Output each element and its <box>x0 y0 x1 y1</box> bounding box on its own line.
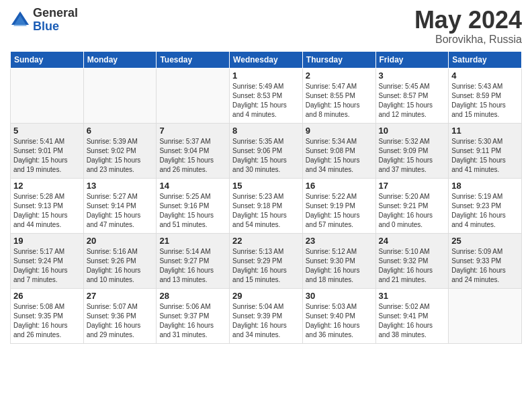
calendar-title: May 2024 <box>414 7 522 34</box>
calendar-cell: 21Sunrise: 5:14 AMSunset: 9:27 PMDayligh… <box>157 233 230 288</box>
calendar-cell: 27Sunrise: 5:07 AMSunset: 9:36 PMDayligh… <box>83 288 157 343</box>
day-number: 18 <box>451 181 519 191</box>
day-number: 5 <box>13 126 81 136</box>
weekday-header: Friday <box>375 51 449 68</box>
calendar-table: SundayMondayTuesdayWednesdayThursdayFrid… <box>10 51 522 344</box>
calendar-cell: 26Sunrise: 5:08 AMSunset: 9:35 PMDayligh… <box>11 288 84 343</box>
calendar-cell: 24Sunrise: 5:10 AMSunset: 9:32 PMDayligh… <box>375 233 449 288</box>
day-number: 20 <box>87 236 154 246</box>
calendar-cell: 8Sunrise: 5:35 AMSunset: 9:06 PMDaylight… <box>230 123 303 178</box>
day-info: Sunrise: 5:12 AMSunset: 9:30 PMDaylight:… <box>306 247 373 285</box>
calendar-cell: 18Sunrise: 5:19 AMSunset: 9:23 PMDayligh… <box>449 178 522 233</box>
day-info: Sunrise: 5:07 AMSunset: 9:36 PMDaylight:… <box>87 302 154 340</box>
day-info: Sunrise: 5:08 AMSunset: 9:35 PMDaylight:… <box>13 302 81 340</box>
day-info: Sunrise: 5:45 AMSunset: 8:57 PMDaylight:… <box>379 82 446 120</box>
day-number: 2 <box>306 71 373 81</box>
day-info: Sunrise: 5:47 AMSunset: 8:55 PMDaylight:… <box>306 82 373 120</box>
header: General Blue May 2024 Borovikha, Russia <box>10 7 522 46</box>
title-section: May 2024 Borovikha, Russia <box>414 7 522 46</box>
day-info: Sunrise: 5:28 AMSunset: 9:13 PMDaylight:… <box>13 192 81 230</box>
calendar-cell: 22Sunrise: 5:13 AMSunset: 9:29 PMDayligh… <box>230 233 303 288</box>
day-info: Sunrise: 5:13 AMSunset: 9:29 PMDaylight:… <box>232 247 300 285</box>
day-number: 30 <box>306 291 373 301</box>
day-number: 29 <box>232 291 300 301</box>
day-number: 11 <box>451 126 519 136</box>
calendar-cell: 31Sunrise: 5:02 AMSunset: 9:41 PMDayligh… <box>375 288 449 343</box>
calendar-cell: 9Sunrise: 5:34 AMSunset: 9:08 PMDaylight… <box>302 123 375 178</box>
day-info: Sunrise: 5:41 AMSunset: 9:01 PMDaylight:… <box>13 137 81 175</box>
calendar-week-row: 12Sunrise: 5:28 AMSunset: 9:13 PMDayligh… <box>11 178 522 233</box>
calendar-cell: 5Sunrise: 5:41 AMSunset: 9:01 PMDaylight… <box>11 123 84 178</box>
day-info: Sunrise: 5:03 AMSunset: 9:40 PMDaylight:… <box>306 302 373 340</box>
day-info: Sunrise: 5:23 AMSunset: 9:18 PMDaylight:… <box>232 192 300 230</box>
weekday-header: Thursday <box>302 51 375 68</box>
calendar-header-row: SundayMondayTuesdayWednesdayThursdayFrid… <box>11 51 522 68</box>
day-info: Sunrise: 5:14 AMSunset: 9:27 PMDaylight:… <box>159 247 226 285</box>
day-number: 13 <box>87 181 154 191</box>
calendar-cell: 7Sunrise: 5:37 AMSunset: 9:04 PMDaylight… <box>157 123 230 178</box>
day-info: Sunrise: 5:22 AMSunset: 9:19 PMDaylight:… <box>306 192 373 230</box>
day-number: 4 <box>451 71 519 81</box>
logo-blue: Blue <box>33 20 78 34</box>
day-info: Sunrise: 5:35 AMSunset: 9:06 PMDaylight:… <box>232 137 300 175</box>
day-number: 10 <box>379 126 446 136</box>
day-number: 17 <box>379 181 446 191</box>
day-number: 7 <box>159 126 226 136</box>
day-info: Sunrise: 5:10 AMSunset: 9:32 PMDaylight:… <box>379 247 446 285</box>
calendar-cell: 19Sunrise: 5:17 AMSunset: 9:24 PMDayligh… <box>11 233 84 288</box>
day-number: 26 <box>13 291 81 301</box>
day-info: Sunrise: 5:02 AMSunset: 9:41 PMDaylight:… <box>379 302 446 340</box>
day-info: Sunrise: 5:06 AMSunset: 9:37 PMDaylight:… <box>159 302 226 340</box>
day-number: 19 <box>13 236 81 246</box>
logo-text: General Blue <box>33 7 78 34</box>
day-number: 28 <box>159 291 226 301</box>
day-number: 12 <box>13 181 81 191</box>
day-number: 22 <box>232 236 300 246</box>
day-number: 31 <box>379 291 446 301</box>
calendar-cell <box>83 68 157 123</box>
day-info: Sunrise: 5:20 AMSunset: 9:21 PMDaylight:… <box>379 192 446 230</box>
calendar-cell: 17Sunrise: 5:20 AMSunset: 9:21 PMDayligh… <box>375 178 449 233</box>
day-number: 9 <box>306 126 373 136</box>
calendar-cell: 29Sunrise: 5:04 AMSunset: 9:39 PMDayligh… <box>230 288 303 343</box>
calendar-cell: 13Sunrise: 5:27 AMSunset: 9:14 PMDayligh… <box>83 178 157 233</box>
calendar-cell: 15Sunrise: 5:23 AMSunset: 9:18 PMDayligh… <box>230 178 303 233</box>
day-number: 6 <box>87 126 154 136</box>
day-info: Sunrise: 5:30 AMSunset: 9:11 PMDaylight:… <box>451 137 519 175</box>
calendar-cell: 6Sunrise: 5:39 AMSunset: 9:02 PMDaylight… <box>83 123 157 178</box>
calendar-cell: 28Sunrise: 5:06 AMSunset: 9:37 PMDayligh… <box>157 288 230 343</box>
calendar-week-row: 5Sunrise: 5:41 AMSunset: 9:01 PMDaylight… <box>11 123 522 178</box>
calendar-cell: 20Sunrise: 5:16 AMSunset: 9:26 PMDayligh… <box>83 233 157 288</box>
calendar-cell: 23Sunrise: 5:12 AMSunset: 9:30 PMDayligh… <box>302 233 375 288</box>
page-container: General Blue May 2024 Borovikha, Russia … <box>0 0 532 411</box>
logo-general: General <box>33 7 78 20</box>
day-number: 25 <box>451 236 519 246</box>
day-number: 3 <box>379 71 446 81</box>
weekday-header: Sunday <box>11 51 84 68</box>
logo-icon <box>10 10 30 30</box>
calendar-cell: 12Sunrise: 5:28 AMSunset: 9:13 PMDayligh… <box>11 178 84 233</box>
calendar-cell: 3Sunrise: 5:45 AMSunset: 8:57 PMDaylight… <box>375 68 449 123</box>
calendar-cell <box>449 288 522 343</box>
day-info: Sunrise: 5:25 AMSunset: 9:16 PMDaylight:… <box>159 192 226 230</box>
day-number: 21 <box>159 236 226 246</box>
day-info: Sunrise: 5:37 AMSunset: 9:04 PMDaylight:… <box>159 137 226 175</box>
calendar-cell: 2Sunrise: 5:47 AMSunset: 8:55 PMDaylight… <box>302 68 375 123</box>
calendar-cell: 16Sunrise: 5:22 AMSunset: 9:19 PMDayligh… <box>302 178 375 233</box>
calendar-subtitle: Borovikha, Russia <box>414 34 522 46</box>
day-info: Sunrise: 5:32 AMSunset: 9:09 PMDaylight:… <box>379 137 446 175</box>
calendar-week-row: 26Sunrise: 5:08 AMSunset: 9:35 PMDayligh… <box>11 288 522 343</box>
calendar-cell: 30Sunrise: 5:03 AMSunset: 9:40 PMDayligh… <box>302 288 375 343</box>
weekday-header: Wednesday <box>230 51 303 68</box>
day-info: Sunrise: 5:39 AMSunset: 9:02 PMDaylight:… <box>87 137 154 175</box>
calendar-cell: 25Sunrise: 5:09 AMSunset: 9:33 PMDayligh… <box>449 233 522 288</box>
weekday-header: Monday <box>83 51 157 68</box>
logo: General Blue <box>10 7 78 34</box>
day-number: 8 <box>232 126 300 136</box>
day-number: 14 <box>159 181 226 191</box>
day-number: 27 <box>87 291 154 301</box>
day-number: 24 <box>379 236 446 246</box>
day-number: 23 <box>306 236 373 246</box>
calendar-cell <box>11 68 84 123</box>
calendar-week-row: 19Sunrise: 5:17 AMSunset: 9:24 PMDayligh… <box>11 233 522 288</box>
